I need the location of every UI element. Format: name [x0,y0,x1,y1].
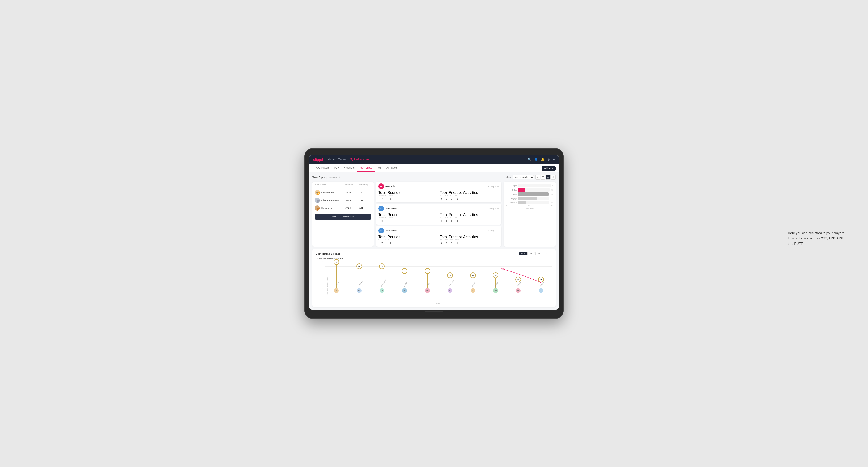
player-avatar-1: BM [357,288,362,293]
pc-rounds-group-1: Total Rounds Tournament8 Practice4 [378,213,438,223]
player-info-2: EC 2 Edward Crossman [315,198,345,203]
streak-col-7: 4xM. MillerMM [484,262,507,292]
pc-rounds-group-2: Total Rounds Tournament7 Practice2 [378,235,438,245]
chart-bar-wrap-pars [518,192,549,196]
pc-avatar-2: JC [378,228,384,234]
nav-home[interactable]: Home [328,158,335,161]
streak-bubble-2: 6x [379,263,385,269]
pc-practice-stat-row-0: OTT0 APP0 ARG0 PUTT1 [440,195,499,200]
chart-row-eagles: Eagles 3 [506,184,553,187]
person-icon[interactable]: 👤 [534,158,538,161]
subnav-tour[interactable]: Tour [375,164,384,172]
tablet-frame: clippd Home Teams My Performance 🔍 👤 🔔 ⊕… [304,148,564,319]
streaks-arrow-icon: ← [342,252,345,255]
subnav-pga[interactable]: PGA [332,164,341,172]
avatar-icon[interactable]: ● [553,158,555,161]
player-avatar-2: DB [379,288,384,293]
streak-bubble-9: 3x [538,277,544,282]
streak-col-9: 3xC. QuickCQ [530,262,552,292]
y-tick-7: 7 [322,261,322,262]
show-label: Show [506,176,511,179]
pb-avg-1: 110 [360,191,371,194]
y-tick-6: 6 [322,266,322,267]
pc-header-0: RB Rees Britt 02 Sep 2023 [378,184,499,189]
streaks-filter-buttons: OTT APP ARG PUTT [519,252,552,255]
table-row: EC 2 Edward Crossman 18/20 107 [315,196,371,204]
subnav-pgat[interactable]: PGAT Players [312,164,332,172]
streak-col-2: 6xD. BillinghamDB [371,262,393,292]
player-avatar-8: RB [516,288,521,293]
streak-bubble-1: 6x [356,263,362,269]
filter-arg[interactable]: ARG [535,252,543,255]
player-label-7: M. Miller [494,282,499,287]
chart-val-dbogeys: 131 [551,202,553,204]
table-row: RB 1 Richard Butler 19/20 110 [315,189,371,196]
pc-header-2: JC Josh Coles 26 Aug 2023 [378,228,499,234]
pc-practice-group-1: Total Practice Activities OTT0 APP0 ARG0… [440,213,499,223]
chart-row-pars: Pars 499 [506,192,553,196]
avatar-3: C 3 [315,206,320,211]
pc-date-1: 26 Aug 2023 [489,208,499,210]
list-view-btn[interactable]: ☰ [540,175,545,180]
filter-ott[interactable]: OTT [519,252,527,255]
chart-val-bogeys: 311 [551,198,553,199]
pc-stats-0: Total Rounds Tournament 7 Practice 6 [378,191,499,200]
player-card-2: JC Josh Coles 26 Aug 2023 Total Rounds T… [376,226,501,247]
tablet-screen: clippd Home Teams My Performance 🔍 👤 🔔 ⊕… [309,155,559,310]
search-icon[interactable]: 🔍 [528,158,531,161]
streaks-title: Best Round Streaks [316,252,340,255]
grid-view-btn[interactable]: ⊞ [535,175,540,180]
player-label-9: C. Quick [540,282,544,287]
pc-practice-group-0: Total Practice Activities OTT0 APP0 ARG0… [440,191,499,200]
nav-teams[interactable]: Teams [338,158,346,161]
streak-col-1: 6xB. McHergBM [348,262,370,292]
y-axis-area: Best Streak, Fairway Accuracy [316,262,325,304]
chart-bar-wrap-dbogeys [518,201,549,204]
subnav-team-clippd[interactable]: Team Clippd [357,164,375,172]
chart-label-pars: Pars [506,193,517,195]
chart-bar-wrap-eagles [518,184,551,187]
annotation-text-box: Here you can see streaks your players ha… [788,230,849,246]
nav-my-performance[interactable]: My Performance [350,158,369,161]
chart-bar-fill-bogeys [518,197,537,200]
bell-icon[interactable]: 🔔 [541,158,545,161]
navbar: clippd Home Teams My Performance 🔍 👤 🔔 ⊕… [309,155,559,164]
team-count: | 14 Players [326,177,337,179]
player-avatar-9: CQ [539,288,544,293]
player-name-3: Cameron... [321,207,332,209]
subnav: PGAT Players PGA Hcaps 1-5 Team Clippd T… [309,164,559,172]
filter-putt[interactable]: PUTT [544,252,552,255]
pc-avatar-1: JC [378,206,384,211]
logo: clippd [313,158,323,161]
filter-app[interactable]: APP [527,252,535,255]
chart-val-eagles: 3 [552,185,553,187]
chart-row-bogeys: Bogeys 311 [506,197,553,200]
subnav-all-players[interactable]: All Players [384,164,400,172]
card-view-btn[interactable]: ▦ [546,175,551,180]
player-info-3: C 3 Cameron... [315,206,345,211]
settings-view-btn[interactable]: ⚙ [551,175,556,180]
streaks-columns: 7xE. EbertEE6xB. McHergBM6xD. Billingham… [325,262,552,292]
pc-practice-stat-0: Practice 6 [388,195,394,200]
rank-badge-3: 3 [317,208,320,211]
streak-line-0 [336,262,337,292]
add-team-button[interactable]: Add Team [541,166,556,170]
nav-links: Home Teams My Performance [328,158,369,161]
edit-icon[interactable]: ✎ [339,176,341,179]
chart-row-birdies: Birdies 96 [506,188,553,191]
pc-stats-1: Total Rounds Tournament8 Practice4 Total… [378,213,499,223]
lb-header: PLAYER NAME PB SCORE PB AVG SQ [315,184,371,187]
player-avatar-7: MM [493,288,498,293]
period-select[interactable]: Last 3 months [513,175,534,180]
player-avatar-6: DF [470,288,475,293]
rank-badge-1: 1 [317,192,320,195]
pc-date-2: 26 Aug 2023 [489,230,499,232]
leaderboard-card: PLAYER NAME PB SCORE PB AVG SQ RB 1 Rich… [312,182,374,247]
plus-circle-icon[interactable]: ⊕ [548,158,550,161]
streak-bubble-4: 5x [425,268,430,274]
subnav-hcaps[interactable]: Hcaps 1-5 [342,164,357,172]
streak-col-0: 7xE. EbertEE [325,262,348,292]
player-info-1: RB 1 Richard Butler [315,190,345,195]
table-row: C 3 Cameron... 17/20 103 [315,204,371,212]
view-leaderboard-button[interactable]: View Full Leaderboard [315,214,371,220]
